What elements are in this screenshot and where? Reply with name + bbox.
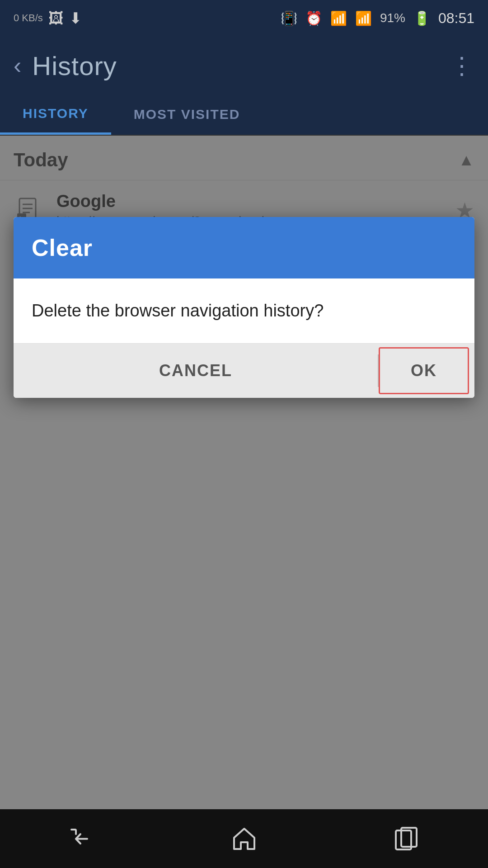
cancel-button[interactable]: CANCEL	[14, 344, 378, 398]
tab-most-visited[interactable]: MOST VISITED	[111, 94, 263, 135]
tab-history[interactable]: HISTORY	[0, 94, 111, 135]
page-title: History	[32, 51, 117, 81]
battery-icon: 🔋	[413, 10, 430, 26]
dialog-title-bar: Clear	[14, 217, 474, 278]
content-area: Today ▲ ⬆ Google https://www.google.com/…	[0, 136, 488, 809]
ok-button[interactable]: OK	[379, 347, 469, 394]
wifi-icon: 📶	[330, 10, 347, 26]
status-bar: 0 KB/s 🖼 ⬇ 📳 ⏰ 📶 📶 91% 🔋 08:51	[0, 0, 488, 36]
download-icon: ⬇	[69, 9, 82, 27]
nav-recent-button[interactable]	[386, 818, 427, 859]
nav-home-button[interactable]	[224, 818, 264, 859]
signal-icon: 📶	[355, 10, 372, 26]
dialog-message: Delete the browser navigation history?	[32, 299, 456, 323]
image-icon: 🖼	[48, 9, 64, 27]
alarm-icon: ⏰	[305, 10, 322, 26]
clear-dialog: Clear Delete the browser navigation hist…	[14, 217, 474, 398]
clock: 08:51	[438, 10, 474, 27]
bottom-nav	[0, 809, 488, 868]
battery-percent: 91%	[380, 11, 405, 25]
status-left: 0 KB/s 🖼 ⬇	[14, 9, 82, 27]
dialog-title: Clear	[32, 234, 456, 261]
dialog-actions: CANCEL OK	[14, 344, 474, 398]
header-left: ‹ History	[14, 51, 117, 81]
more-button[interactable]: ⋮	[450, 52, 474, 79]
status-right: 📳 ⏰ 📶 📶 91% 🔋 08:51	[281, 10, 474, 27]
back-button[interactable]: ‹	[14, 54, 21, 77]
kb-label: 0 KB/s	[14, 13, 43, 24]
nav-back-button[interactable]	[61, 818, 102, 859]
dialog-body: Delete the browser navigation history?	[14, 278, 474, 344]
tabs-bar: HISTORY MOST VISITED	[0, 95, 488, 136]
vibrate-icon: 📳	[281, 10, 297, 26]
app-header: ‹ History ⋮	[0, 36, 488, 95]
